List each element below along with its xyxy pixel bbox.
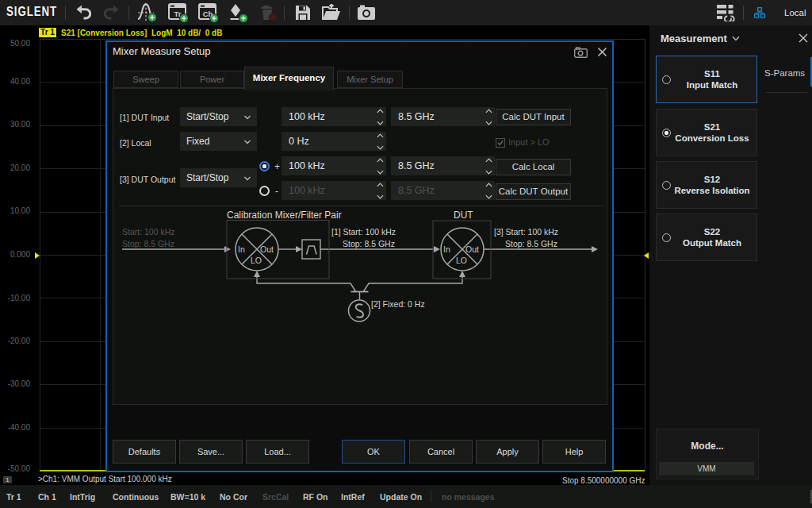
svg-text:[2] Fixed: 0 Hz: [2] Fixed: 0 Hz [371, 299, 425, 309]
svg-text:[1] Start: 100 kHz: [1] Start: 100 kHz [331, 227, 396, 237]
svg-text:[3] Start: 100 kHz: [3] Start: 100 kHz [494, 227, 558, 237]
svg-text:Stop: 8.5 GHz: Stop: 8.5 GHz [505, 239, 557, 248]
svg-text:In: In [238, 244, 245, 254]
svg-text:Out: Out [465, 244, 479, 254]
svg-text:Stop: 8.5 GHz: Stop: 8.5 GHz [343, 239, 395, 248]
svg-text:Calibration Mixer/Filter Pair: Calibration Mixer/Filter Pair [227, 210, 342, 221]
svg-text:LO: LO [456, 256, 467, 265]
svg-text:Stop: 8.5 GHz: Stop: 8.5 GHz [122, 239, 174, 248]
svg-text:LO: LO [251, 256, 262, 265]
svg-text:Out: Out [260, 244, 274, 254]
svg-text:Start: 100 kHz: Start: 100 kHz [122, 227, 175, 237]
svg-text:In: In [443, 244, 450, 254]
svg-text:DUT: DUT [454, 210, 473, 221]
